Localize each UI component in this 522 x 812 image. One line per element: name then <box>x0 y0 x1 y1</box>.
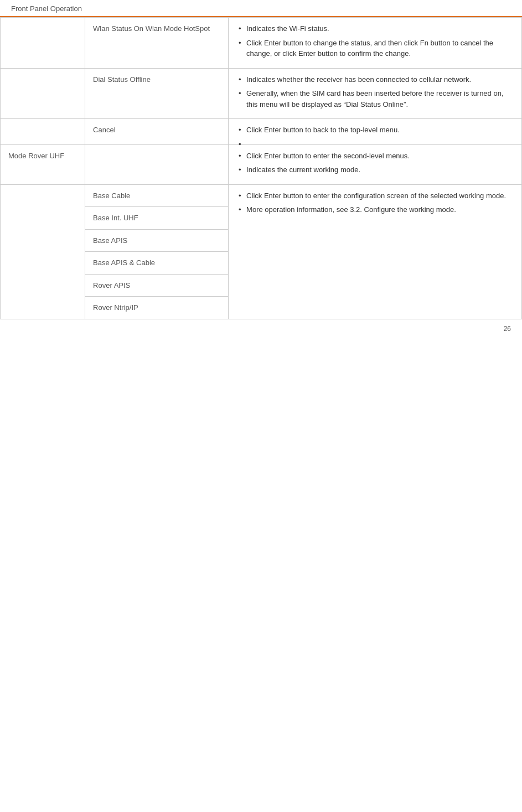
list-item: Generally, when the SIM card has been in… <box>236 88 514 110</box>
col-mid-3: Cancel <box>85 119 229 145</box>
col-left-1 <box>1 18 85 69</box>
col-mid-4 <box>85 144 229 184</box>
list-item: Indicates whether the receiver has been … <box>236 74 514 85</box>
col-left-3 <box>1 119 85 145</box>
header-title: Front Panel Operation <box>11 4 82 13</box>
bullet-list-3: Click Enter button to back to the top-le… <box>236 125 514 136</box>
table-row: Cancel Click Enter button to back to the… <box>1 119 522 145</box>
table-row-subgroup: Base Cable Click Enter button to enter t… <box>1 184 522 207</box>
list-item: Click Enter button to change the status,… <box>236 38 514 59</box>
col-left-2 <box>1 68 85 119</box>
col-mid-sub-1: Base Cable <box>85 184 229 207</box>
col-right-sub: Click Enter button to enter the configur… <box>229 184 522 319</box>
col-mid-sub-4: Base APIS & Cable <box>85 252 229 275</box>
col-mid-sub-5: Rover APIS <box>85 274 229 297</box>
col-mid-sub-3: Base APIS <box>85 229 229 252</box>
col-mid-1: Wlan Status On Wlan Mode HotSpot <box>85 18 229 69</box>
list-item: More operation information, see 3.2. Con… <box>236 204 514 215</box>
col-right-2: Indicates whether the receiver has been … <box>229 68 522 119</box>
col-left-4: Mode Rover UHF <box>1 144 85 184</box>
col-mid-sub-2: Base Int. UHF <box>85 207 229 230</box>
page-header: Front Panel Operation <box>0 0 522 17</box>
bullet-list-4: Click Enter button to enter the second-l… <box>236 151 514 175</box>
col-right-4: Click Enter button to enter the second-l… <box>229 144 522 184</box>
list-item: Click Enter button to enter the configur… <box>236 190 514 201</box>
list-item: Click Enter button to enter the second-l… <box>236 151 514 162</box>
list-item: Indicates the Wi-Fi status. <box>236 23 514 34</box>
list-item: Click Enter button to back to the top-le… <box>236 125 514 136</box>
col-left-sub <box>1 184 85 319</box>
col-right-1: Indicates the Wi-Fi status. Click Enter … <box>229 18 522 69</box>
bullet-list-2: Indicates whether the receiver has been … <box>236 74 514 110</box>
table-row: Dial Status Offline Indicates whether th… <box>1 68 522 119</box>
col-mid-2: Dial Status Offline <box>85 68 229 119</box>
bullet-list-sub: Click Enter button to enter the configur… <box>236 190 514 215</box>
table-row: Mode Rover UHF Click Enter button to ent… <box>1 144 522 184</box>
col-right-3: Click Enter button to back to the top-le… <box>229 119 522 145</box>
bullet-list-1: Indicates the Wi-Fi status. Click Enter … <box>236 23 514 59</box>
list-item: Indicates the current working mode. <box>236 164 514 175</box>
col-mid-sub-6: Rover Ntrip/IP <box>85 297 229 319</box>
table-row: Wlan Status On Wlan Mode HotSpot Indicat… <box>1 18 522 69</box>
page-number: 26 <box>0 319 522 338</box>
main-table: Wlan Status On Wlan Mode HotSpot Indicat… <box>0 17 522 319</box>
